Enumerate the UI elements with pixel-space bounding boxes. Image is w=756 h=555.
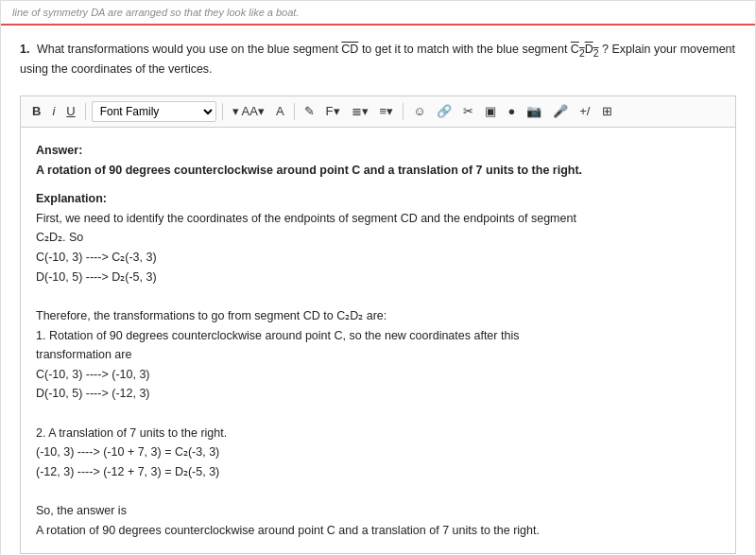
formula-button[interactable]: +/	[576, 102, 593, 120]
editor-container: B i U Font Family Arial Times New Roman …	[20, 95, 736, 555]
exp-line13: So, the answer is	[36, 501, 720, 521]
explanation-section: Explanation: First, we need to identify …	[36, 189, 720, 540]
exp-line14: A rotation of 90 degrees counterclockwis…	[36, 521, 720, 541]
italic-button[interactable]: i	[48, 102, 59, 120]
top-bar: line of symmetry DA are arranged so that…	[1, 1, 755, 26]
underline-button[interactable]: U	[62, 102, 78, 120]
exp-line8: C(-10, 3) ----> (-10, 3)	[36, 365, 720, 385]
exp-line10: 2. A translation of 7 units to the right…	[36, 424, 720, 443]
separator-1	[85, 103, 86, 120]
mic-button[interactable]: 🎤	[549, 102, 572, 120]
answer-label: Answer:	[36, 144, 82, 157]
answer-section: Answer: A rotation of 90 degrees counter…	[36, 141, 720, 180]
emoji-button[interactable]: ☺	[409, 102, 429, 120]
camera-button[interactable]: 📷	[523, 102, 545, 120]
separator-3	[294, 103, 295, 120]
list-button[interactable]: ≣▾	[348, 102, 372, 120]
separator-4	[403, 103, 404, 120]
segment1: CD	[341, 43, 358, 56]
font-size-button[interactable]: ▾ AA▾	[229, 102, 268, 120]
image-button[interactable]: ▣	[481, 102, 500, 120]
exp-line5: Therefore, the transformations to go fro…	[36, 306, 720, 326]
exp-line1: First, we need to identify the coordinat…	[36, 209, 720, 229]
draw-button[interactable]: ✎	[301, 102, 318, 120]
question-section: 1. What transformations would you use on…	[1, 26, 755, 86]
exp-line3: C(-10, 3) ----> C₂(-3, 3)	[36, 248, 720, 268]
question-text-mid: to get it to match with the blue segment	[362, 43, 571, 56]
table-button[interactable]: ⊞	[598, 102, 616, 120]
separator-2	[222, 103, 223, 120]
exp-line9: D(-10, 5) ----> (-12, 3)	[36, 384, 720, 404]
segment2: C2D2	[571, 43, 599, 56]
font-family-select[interactable]: Font Family Arial Times New Roman Courie…	[92, 101, 216, 122]
exp-line7: transformation are	[36, 345, 720, 365]
toolbar: B i U Font Family Arial Times New Roman …	[21, 96, 735, 128]
exp-line12: (-12, 3) ----> (-12 + 7, 3) = D₂(-5, 3)	[36, 462, 720, 482]
clip-button[interactable]: ✂	[459, 102, 477, 120]
exp-line11: (-10, 3) ----> (-10 + 7, 3) = C₂(-3, 3)	[36, 442, 720, 462]
indent-button[interactable]: ≡▾	[376, 102, 398, 120]
editor-body[interactable]: Answer: A rotation of 90 degrees counter…	[21, 128, 735, 554]
top-bar-text: line of symmetry DA are arranged so that…	[12, 7, 299, 18]
question-text-pre: What transformations would you use on th…	[37, 43, 341, 56]
video-button[interactable]: ●	[504, 102, 519, 120]
exp-blank	[36, 286, 720, 306]
exp-line6: 1. Rotation of 90 degrees counterclockwi…	[36, 326, 720, 346]
format-button[interactable]: F▾	[322, 102, 344, 120]
page-container: line of symmetry DA are arranged so that…	[0, 0, 756, 555]
explanation-label: Explanation:	[36, 192, 107, 205]
link-button[interactable]: 🔗	[433, 102, 455, 120]
answer-text: A rotation of 90 degrees counterclockwis…	[36, 164, 582, 177]
question-number: 1.	[20, 43, 29, 56]
exp-blank3	[36, 482, 720, 502]
exp-line4: D(-10, 5) ----> D₂(-5, 3)	[36, 268, 720, 287]
bold-button[interactable]: B	[28, 102, 44, 120]
exp-line2: C₂D₂. So	[36, 228, 720, 248]
font-color-button[interactable]: A	[272, 102, 288, 120]
exp-blank2	[36, 404, 720, 424]
